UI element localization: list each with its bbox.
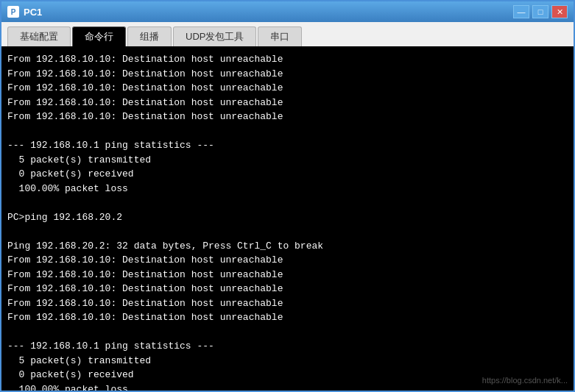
minimize-button[interactable]: — — [513, 5, 529, 18]
tab-udp[interactable]: UDP发包工具 — [173, 26, 256, 46]
tab-multicast[interactable]: 组播 — [127, 26, 172, 46]
tab-bar: 基础配置 命令行 组播 UDP发包工具 串口 — [1, 22, 574, 46]
title-bar: P PC1 — □ ✕ — [1, 1, 574, 22]
watermark: https://blog.csdn.net/k... — [482, 376, 568, 385]
tab-serial[interactable]: 串口 — [258, 26, 302, 46]
tab-cmd[interactable]: 命令行 — [72, 26, 126, 46]
terminal-container[interactable]: From 192.168.10.10: Destination host unr… — [1, 46, 574, 391]
maximize-button[interactable]: □ — [532, 5, 548, 18]
main-window: P PC1 — □ ✕ 基础配置 命令行 组播 UDP发包工具 串口 From … — [0, 0, 575, 392]
window-icon: P — [7, 6, 19, 18]
title-bar-left: P PC1 — [7, 6, 42, 18]
close-button[interactable]: ✕ — [551, 5, 568, 18]
tab-basic[interactable]: 基础配置 — [7, 26, 71, 46]
title-bar-controls: — □ ✕ — [513, 5, 568, 18]
window-title: PC1 — [24, 7, 42, 18]
terminal-output: From 192.168.10.10: Destination host unr… — [7, 52, 568, 391]
